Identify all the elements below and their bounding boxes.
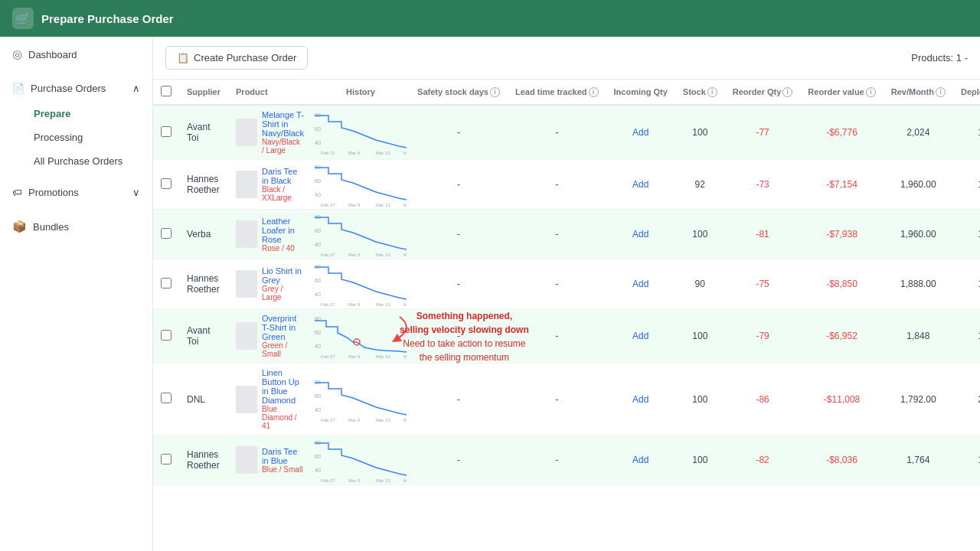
- cell-supplier: Avant Toi: [179, 309, 228, 364]
- row-checkbox-1[interactable]: [161, 178, 172, 189]
- cell-rev-month: 1,792.00: [884, 364, 953, 435]
- dashboard-icon: ◎: [12, 47, 22, 61]
- cell-safety-stock: -: [410, 435, 508, 485]
- chevron-up-icon: ∧: [132, 83, 140, 94]
- sidebar-promotions-toggle[interactable]: 🏷 Promotions ∨: [0, 179, 152, 206]
- th-supplier: Supplier: [179, 80, 228, 105]
- create-button-label: Create Purchase Order: [194, 52, 296, 64]
- add-link[interactable]: Add: [632, 229, 648, 240]
- lead-time-info-icon[interactable]: i: [589, 87, 599, 97]
- cell-lead-time: -: [508, 259, 606, 309]
- svg-text:Feb 27: Feb 27: [321, 302, 335, 307]
- svg-text:Mar 13: Mar 13: [376, 418, 390, 422]
- sidebar-item-dashboard[interactable]: ◎ Dashboard: [0, 40, 152, 69]
- cell-incoming-qty[interactable]: Add: [606, 259, 675, 309]
- table-row: Hannes Roether Daris Tee in Black Black …: [153, 160, 980, 210]
- products-table-container[interactable]: Supplier Product History Safety stock da…: [153, 80, 980, 551]
- sidebar-item-processing[interactable]: Processing: [0, 126, 152, 149]
- cell-reorder-qty: -82: [725, 435, 801, 485]
- cell-history-chart: 806040Feb 27Mar 6Mar 13Mar 20: [312, 435, 410, 485]
- sidebar-item-all-orders[interactable]: All Purchase Orders: [0, 149, 152, 173]
- cell-reorder-value: -$8,036: [800, 435, 883, 485]
- add-link[interactable]: Add: [632, 179, 648, 190]
- add-link[interactable]: Add: [632, 127, 648, 138]
- cell-stock: 100: [675, 309, 725, 364]
- th-depletion: Depletioni: [953, 80, 980, 105]
- svg-text:Mar 13: Mar 13: [376, 151, 390, 155]
- cell-supplier: Avant Toi: [179, 105, 228, 160]
- cell-incoming-qty[interactable]: Add: [606, 210, 675, 259]
- sidebar-dashboard-label: Dashboard: [28, 49, 77, 60]
- svg-text:60: 60: [315, 126, 321, 132]
- th-product: Product: [228, 80, 312, 105]
- row-checkbox-3[interactable]: [161, 278, 172, 289]
- sidebar-item-prepare[interactable]: Prepare: [0, 102, 152, 126]
- prepare-label: Prepare: [34, 108, 70, 119]
- select-all-checkbox[interactable]: [161, 86, 172, 96]
- table-row: Hannes Roether Lio Shirt in Grey Grey / …: [153, 259, 980, 309]
- stock-info-icon[interactable]: i: [707, 87, 717, 97]
- products-count: Products: 1 -: [911, 52, 968, 64]
- cell-safety-stock: -: [410, 210, 508, 259]
- cell-rev-month: 1,888.00: [884, 259, 953, 309]
- reorder-qty-info-icon[interactable]: i: [782, 87, 792, 97]
- topbar-title: Prepare Purchase Order: [41, 12, 174, 25]
- cell-supplier: Hannes Roether: [179, 435, 228, 485]
- row-checkbox-4[interactable]: [161, 330, 172, 341]
- cell-stock: 92: [675, 160, 725, 210]
- cell-reorder-value: -$7,154: [800, 160, 883, 210]
- cell-incoming-qty[interactable]: Add: [606, 435, 675, 485]
- cell-depletion: 138: [953, 160, 980, 210]
- table-row: Avant Toi Melange T-Shirt in Navy/Black …: [153, 105, 980, 160]
- topbar: 🛒 Prepare Purchase Order: [0, 0, 980, 37]
- svg-text:Feb 27: Feb 27: [321, 253, 335, 257]
- cell-incoming-qty[interactable]: Add: [606, 309, 675, 364]
- cell-incoming-qty[interactable]: Add: [606, 105, 675, 160]
- cell-product: Daris Tee in Blue Blue / Small: [228, 435, 312, 485]
- cell-incoming-qty[interactable]: Add: [606, 160, 675, 210]
- svg-text:Mar 6: Mar 6: [348, 418, 361, 422]
- svg-text:60: 60: [315, 393, 321, 399]
- th-reorder-qty: Reorder Qtyi: [725, 80, 801, 105]
- cell-lead-time: -: [508, 210, 606, 259]
- safety-stock-info-icon[interactable]: i: [490, 87, 500, 97]
- reorder-value-info-icon[interactable]: i: [866, 87, 876, 97]
- sidebar-bundles-label: Bundles: [33, 221, 69, 233]
- sidebar-item-bundles[interactable]: 📦 Bundles: [0, 212, 152, 241]
- svg-text:40: 40: [315, 407, 321, 412]
- row-checkbox-0[interactable]: [161, 126, 172, 137]
- cell-reorder-value: -$6,776: [800, 105, 883, 160]
- add-link[interactable]: Add: [632, 279, 648, 289]
- cell-reorder-qty: -75: [725, 259, 801, 309]
- svg-text:40: 40: [315, 468, 321, 473]
- cell-lead-time: -: [508, 364, 606, 435]
- svg-text:60: 60: [315, 330, 321, 335]
- add-link[interactable]: Add: [632, 394, 648, 405]
- svg-text:Feb 27: Feb 27: [321, 151, 335, 155]
- cell-lead-time: -: [508, 105, 606, 160]
- table-row: Verba Leather Loafer in Rose Rose / 40 8…: [153, 210, 980, 259]
- table-row: Hannes Roether Daris Tee in Blue Blue / …: [153, 435, 980, 485]
- add-link[interactable]: Add: [632, 455, 648, 465]
- add-link[interactable]: Add: [632, 331, 648, 341]
- rev-month-info-icon[interactable]: i: [936, 87, 946, 97]
- cell-lead-time: -: [508, 435, 606, 485]
- cell-depletion: 214: [953, 364, 980, 435]
- cell-product: Overprint T-Shirt in Green Green / Small: [228, 309, 312, 364]
- svg-text:Mar 6: Mar 6: [348, 302, 361, 307]
- svg-text:Mar 20: Mar 20: [403, 151, 407, 155]
- sidebar-purchase-orders-toggle[interactable]: 📄 Purchase Orders ∧: [0, 75, 152, 102]
- svg-text:Mar 13: Mar 13: [376, 203, 390, 207]
- cell-depletion: 130: [953, 105, 980, 160]
- row-checkbox-6[interactable]: [161, 454, 172, 465]
- create-purchase-order-button[interactable]: 📋 Create Purchase Order: [165, 46, 308, 70]
- row-checkbox-2[interactable]: [161, 228, 172, 239]
- th-incoming-qty: Incoming Qty: [606, 80, 675, 105]
- cell-reorder-qty: -73: [725, 160, 801, 210]
- cell-incoming-qty[interactable]: Add: [606, 364, 675, 435]
- svg-text:Mar 20: Mar 20: [403, 203, 407, 207]
- row-checkbox-5[interactable]: [161, 393, 172, 403]
- svg-text:Feb 27: Feb 27: [321, 478, 335, 483]
- svg-text:Mar 20: Mar 20: [403, 478, 407, 483]
- cell-rev-month: 1,960.00: [884, 210, 953, 259]
